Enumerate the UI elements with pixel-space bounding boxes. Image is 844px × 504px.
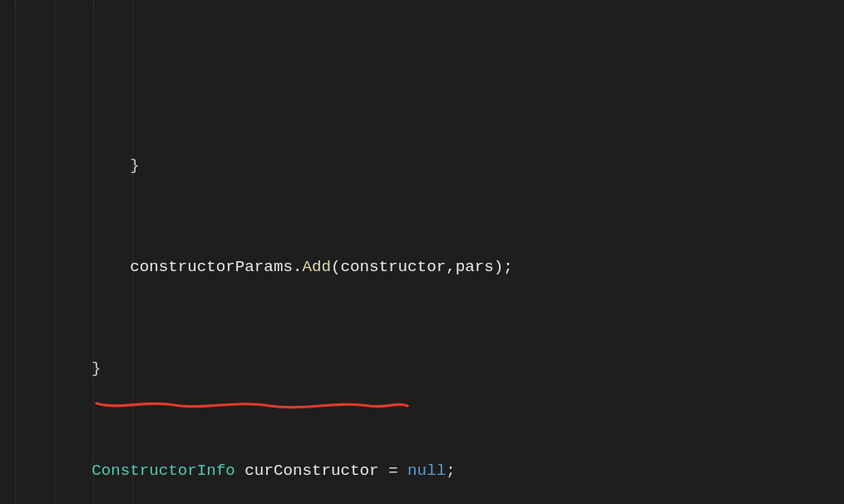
code-text: ; xyxy=(446,462,456,480)
indent-guides xyxy=(15,0,72,504)
editor-gutter xyxy=(0,0,15,504)
annotation-underline xyxy=(95,398,411,413)
code-text: constructorParams. xyxy=(15,258,302,276)
code-text: } xyxy=(15,156,140,175)
code-text: curConstructor = xyxy=(235,462,407,480)
code-line[interactable]: ConstructorInfo curConstructor = null; xyxy=(15,458,844,484)
code-line[interactable]: } xyxy=(15,153,844,179)
code-editor[interactable]: } constructorParams.Add(constructor,pars… xyxy=(0,0,844,504)
code-text: (constructor,pars); xyxy=(331,258,513,276)
indent xyxy=(15,462,91,480)
type-name: ConstructorInfo xyxy=(91,462,235,480)
method-name: Add xyxy=(302,258,331,276)
keyword-null: null xyxy=(407,462,446,480)
code-line[interactable]: } xyxy=(15,356,844,382)
code-text: } xyxy=(15,359,101,378)
code-line[interactable]: constructorParams.Add(constructor,pars); xyxy=(15,254,844,280)
code-area[interactable]: } constructorParams.Add(constructor,pars… xyxy=(15,0,844,504)
